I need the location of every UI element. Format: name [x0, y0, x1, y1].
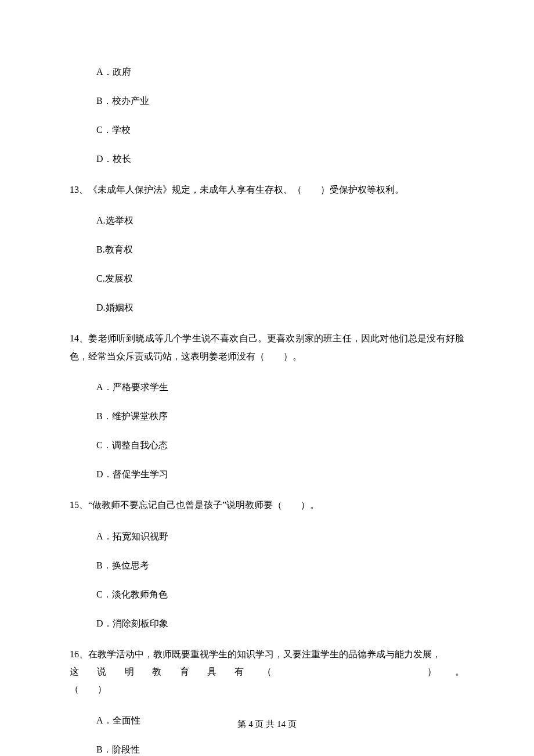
q14-stem: 14、姜老师听到晓成等几个学生说不喜欢自己。更喜欢别家的班主任，因此对他们总是没… — [70, 330, 464, 365]
option-text: B．换位思考 — [96, 560, 149, 570]
page-footer: 第 4 页 共 14 页 — [0, 718, 534, 731]
option-text: B．维护课堂秩序 — [96, 411, 168, 421]
page-number: 第 4 页 共 14 页 — [237, 719, 296, 729]
q12-option-d: D．校长 — [70, 152, 464, 166]
option-text: C．调整自我心态 — [96, 440, 168, 450]
option-text: B．阶段性 — [96, 744, 140, 754]
q15-option-d: D．消除刻板印象 — [70, 617, 464, 631]
q14-option-c: C．调整自我心态 — [70, 438, 464, 452]
q15-option-c: C．淡化教师角色 — [70, 588, 464, 602]
q13-option-d: D.婚姻权 — [70, 301, 464, 315]
q15-option-b: B．换位思考 — [70, 559, 464, 573]
option-text: B.教育权 — [96, 244, 133, 254]
q12-option-a: A．政府 — [70, 65, 464, 79]
q13-option-b: B.教育权 — [70, 243, 464, 257]
q15-stem: 15、“做教师不要忘记自己也曾是孩子”说明教师要（ ）。 — [70, 496, 464, 514]
option-text: A．政府 — [96, 67, 131, 77]
q12-option-b: B．校办产业 — [70, 94, 464, 108]
option-text: D．校长 — [96, 154, 131, 164]
option-text: D．督促学生学习 — [96, 469, 168, 479]
q14-option-b: B．维护课堂秩序 — [70, 409, 464, 423]
q15-option-a: A．拓宽知识视野 — [70, 530, 464, 543]
question-text: 13、《未成年人保护法》规定，未成年人享有生存权、（ ）受保护权等权利。 — [70, 185, 404, 195]
q16-line2: 这说明教育具有（ ）。 — [70, 663, 464, 681]
q16-line1: 16、在教学活动中，教师既要重视学生的知识学习，又要注重学生的品德养成与能力发展… — [70, 646, 464, 663]
q14-option-d: D．督促学生学习 — [70, 467, 464, 481]
q14-option-a: A．严格要求学生 — [70, 380, 464, 394]
q16-option-b: B．阶段性 — [70, 743, 464, 756]
q13-stem: 13、《未成年人保护法》规定，未成年人享有生存权、（ ）受保护权等权利。 — [70, 181, 464, 199]
option-text: C．淡化教师角色 — [96, 589, 168, 599]
q16-line3: （ ） — [70, 681, 464, 698]
option-text: A．拓宽知识视野 — [96, 531, 168, 541]
q16-stem: 16、在教学活动中，教师既要重视学生的知识学习，又要注重学生的品德养成与能力发展… — [70, 646, 464, 699]
option-text: D．消除刻板印象 — [96, 618, 168, 628]
option-text: D.婚姻权 — [96, 303, 134, 312]
q13-option-a: A.选举权 — [70, 214, 464, 228]
option-text: C.发展权 — [96, 273, 133, 283]
option-text: C．学校 — [96, 125, 131, 135]
q13-option-c: C.发展权 — [70, 272, 464, 286]
option-text: B．校办产业 — [96, 96, 149, 106]
q12-option-c: C．学校 — [70, 123, 464, 137]
option-text: A.选举权 — [96, 215, 134, 225]
question-text: 14、姜老师听到晓成等几个学生说不喜欢自己。更喜欢别家的班主任，因此对他们总是没… — [70, 333, 464, 361]
option-text: A．严格要求学生 — [96, 382, 168, 392]
question-text: 15、“做教师不要忘记自己也曾是孩子”说明教师要（ ）。 — [70, 500, 319, 510]
